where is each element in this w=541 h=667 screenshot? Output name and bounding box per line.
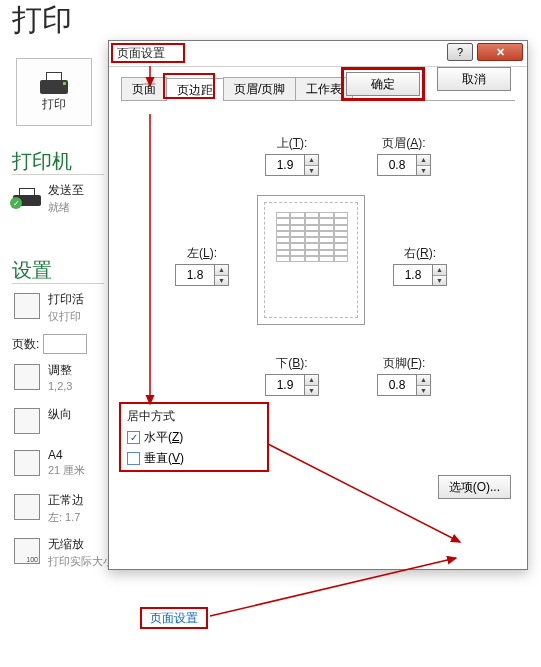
margin-right-spinner[interactable]: ▲▼	[393, 264, 447, 286]
printer-ready-icon: ✓	[12, 182, 42, 212]
pages-from-input[interactable]	[43, 334, 87, 354]
margin-preview	[257, 195, 365, 325]
margin-footer-spinner[interactable]: ▲▼	[377, 374, 431, 396]
margin-left-spinner[interactable]: ▲▼	[175, 264, 229, 286]
margin-top-field: 上(T): ▲▼	[265, 135, 319, 176]
help-button[interactable]: ?	[447, 43, 473, 61]
margin-footer-field: 页脚(F): ▲▼	[377, 355, 431, 396]
margin-header-field: 页眉(A): ▲▼	[377, 135, 431, 176]
pages-label: 页数:	[12, 336, 39, 353]
margin-left-input[interactable]	[176, 265, 214, 285]
ok-button-highlight: 确定	[341, 67, 425, 101]
tab-header-footer[interactable]: 页眉/页脚	[223, 77, 296, 100]
printer-section-heading: 打印机	[12, 148, 72, 175]
center-horizontal-row[interactable]: 水平(Z)	[127, 429, 261, 446]
preview-grid	[276, 212, 348, 262]
margins-dropdown[interactable]: 正常边 左: 1.7	[12, 492, 104, 525]
collate-dropdown[interactable]: 调整 1,2,3	[12, 362, 104, 392]
page-setup-dialog: 页面设置 ? ✕ 页面 页边距 页眉/页脚 工作表 上(T): ▲▼ 页眉(A)…	[108, 40, 528, 570]
ok-button[interactable]: 确定	[346, 72, 420, 96]
dialog-title: 页面设置	[117, 45, 165, 62]
print-button[interactable]: 打印	[16, 58, 92, 126]
printer-icon	[40, 72, 68, 94]
spin-down-icon[interactable]: ▼	[305, 166, 318, 176]
printer-status: 就绪	[48, 200, 84, 215]
collate-icon	[12, 362, 42, 392]
margin-right-field: 右(R): ▲▼	[393, 245, 447, 286]
page-icon	[12, 448, 42, 478]
print-range-dropdown[interactable]: 打印活 仅打印	[12, 291, 104, 324]
center-horizontal-checkbox[interactable]	[127, 431, 140, 444]
margin-top-spinner[interactable]: ▲▼	[265, 154, 319, 176]
orientation-dropdown[interactable]: 纵向	[12, 406, 104, 436]
margin-header-spinner[interactable]: ▲▼	[377, 154, 431, 176]
close-button[interactable]: ✕	[477, 43, 523, 61]
page-setup-link[interactable]: 页面设置	[150, 610, 198, 627]
scale-icon: 100	[12, 536, 42, 566]
margin-bottom-input[interactable]	[266, 375, 304, 395]
print-button-label: 打印	[42, 96, 66, 113]
margin-bottom-field: 下(B): ▲▼	[265, 355, 319, 396]
center-vertical-row[interactable]: 垂直(V)	[127, 450, 261, 467]
margin-left-field: 左(L): ▲▼	[175, 245, 229, 286]
paper-size-dropdown[interactable]: A4 21 厘米	[12, 448, 104, 478]
divider	[12, 283, 104, 284]
dialog-title-highlight: 页面设置	[111, 43, 185, 63]
cancel-button[interactable]: 取消	[437, 67, 511, 91]
grid-icon	[12, 291, 42, 321]
margin-header-input[interactable]	[378, 155, 416, 175]
options-button[interactable]: 选项(O)...	[438, 475, 511, 499]
margin-bottom-spinner[interactable]: ▲▼	[265, 374, 319, 396]
settings-section-heading: 设置	[12, 257, 52, 284]
center-group-highlight: 居中方式 水平(Z) 垂直(V)	[119, 402, 269, 472]
printer-name: 发送至	[48, 182, 84, 199]
page-title: 打印	[12, 0, 72, 41]
spin-up-icon[interactable]: ▲	[305, 155, 318, 166]
dialog-titlebar[interactable]: 页面设置 ? ✕	[109, 41, 527, 67]
page-setup-link-highlight: 页面设置	[140, 607, 208, 629]
tab-page[interactable]: 页面	[121, 77, 167, 100]
margins-icon	[12, 492, 42, 522]
margin-right-input[interactable]	[394, 265, 432, 285]
divider	[12, 174, 104, 175]
margin-footer-input[interactable]	[378, 375, 416, 395]
margin-top-input[interactable]	[266, 155, 304, 175]
center-group-title: 居中方式	[127, 408, 261, 425]
portrait-icon	[12, 406, 42, 436]
printer-dropdown[interactable]: ✓ 发送至 就绪	[12, 182, 104, 215]
center-vertical-checkbox[interactable]	[127, 452, 140, 465]
tab-margins[interactable]: 页边距	[166, 78, 224, 101]
